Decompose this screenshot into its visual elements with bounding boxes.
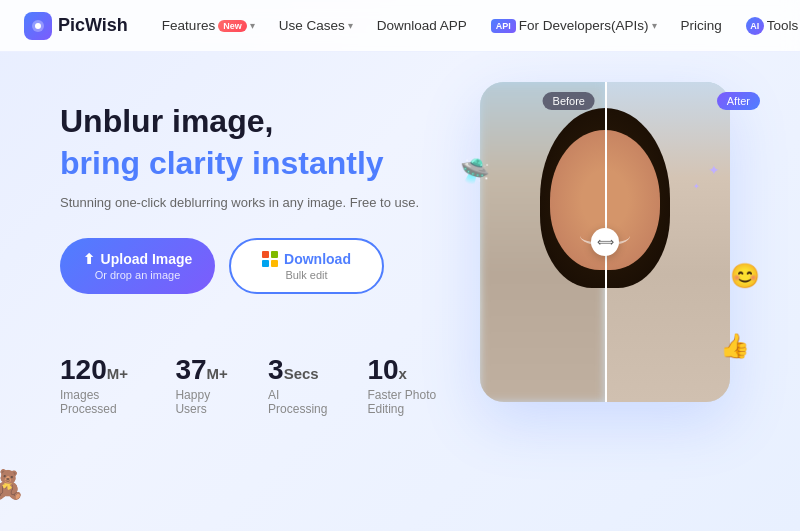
nav-developers[interactable]: API For Developers(APIs) ▾ <box>481 12 667 39</box>
logo-text: PicWish <box>58 15 128 36</box>
stat-processing-label: AI Processing <box>268 388 327 416</box>
divider-handle[interactable]: ⟺ <box>591 228 619 256</box>
smiley-emoji: 😊 <box>730 262 760 290</box>
stat-images-label: Images Processed <box>60 388 135 416</box>
download-label: Download <box>284 251 351 267</box>
nav-pricing[interactable]: Pricing <box>671 12 732 39</box>
upload-sublabel: Or drop an image <box>95 269 181 281</box>
hero-image-area: ⟺ Before After 🛸 😊 👍 ✦ ✦ <box>450 72 760 402</box>
upload-label: Upload Image <box>101 251 193 267</box>
nav-use-cases[interactable]: Use Cases ▾ <box>269 12 363 39</box>
after-label: After <box>717 92 760 110</box>
new-badge: New <box>218 20 247 32</box>
stat-images-suffix: M+ <box>107 365 128 382</box>
star-decoration-2: ✦ <box>693 182 700 191</box>
stat-speed-number: 10x <box>367 354 450 386</box>
chevron-down-icon: ▾ <box>652 20 657 31</box>
stat-speed-label: Faster Photo Editing <box>367 388 450 416</box>
nav-features[interactable]: Features New ▾ <box>152 12 265 39</box>
stat-processing: 3Secs AI Processing <box>268 354 327 416</box>
hero-title-line1: Unblur image, <box>60 102 450 140</box>
download-button[interactable]: Download Bulk edit <box>229 238 384 294</box>
rocket-emoji: 🛸 <box>460 157 490 185</box>
before-label: Before <box>543 92 595 110</box>
navbar: PicWish Features New ▾ Use Cases ▾ Downl… <box>0 0 800 52</box>
stat-processing-suffix: Secs <box>284 365 319 382</box>
download-sublabel: Bulk edit <box>285 269 327 281</box>
stats-row: 120M+ Images Processed 37M+ Happy Users … <box>60 344 450 416</box>
api-badge: API <box>491 19 516 33</box>
stat-users-label: Happy Users <box>175 388 228 416</box>
stat-users-suffix: M+ <box>207 365 228 382</box>
chevron-down-icon: ▾ <box>250 20 255 31</box>
hero-content: Unblur image, bring clarity instantly St… <box>60 72 450 416</box>
stat-processing-number: 3Secs <box>268 354 327 386</box>
stat-users: 37M+ Happy Users <box>175 354 228 416</box>
stat-users-number: 37M+ <box>175 354 228 386</box>
stat-images: 120M+ Images Processed <box>60 354 135 416</box>
upload-icon: ⬆ <box>83 251 95 267</box>
stat-speed-suffix: x <box>399 365 407 382</box>
hero-subtitle: Stunning one-click deblurring works in a… <box>60 195 450 210</box>
svg-point-1 <box>35 23 41 29</box>
hero-title-line2: bring clarity instantly <box>60 144 450 182</box>
windows-icon <box>262 251 278 267</box>
nav-items: Features New ▾ Use Cases ▾ Download APP … <box>152 11 800 41</box>
thumb-emoji: 👍 <box>720 332 750 360</box>
star-decoration-1: ✦ <box>708 162 720 178</box>
logo-icon <box>24 12 52 40</box>
logo[interactable]: PicWish <box>24 12 128 40</box>
nav-tools[interactable]: AI Tools <box>736 11 800 41</box>
hero-buttons: ⬆ Upload Image Or drop an image Download… <box>60 238 450 294</box>
bottom-decoration: 🧸 <box>0 468 25 501</box>
nav-download[interactable]: Download APP <box>367 12 477 39</box>
stat-speed: 10x Faster Photo Editing <box>367 354 450 416</box>
comparison-image: ⟺ <box>480 82 730 402</box>
ai-badge: AI <box>746 17 764 35</box>
stat-images-number: 120M+ <box>60 354 135 386</box>
chevron-down-icon: ▾ <box>348 20 353 31</box>
hero-section: Unblur image, bring clarity instantly St… <box>0 52 800 531</box>
upload-button[interactable]: ⬆ Upload Image Or drop an image <box>60 238 215 294</box>
